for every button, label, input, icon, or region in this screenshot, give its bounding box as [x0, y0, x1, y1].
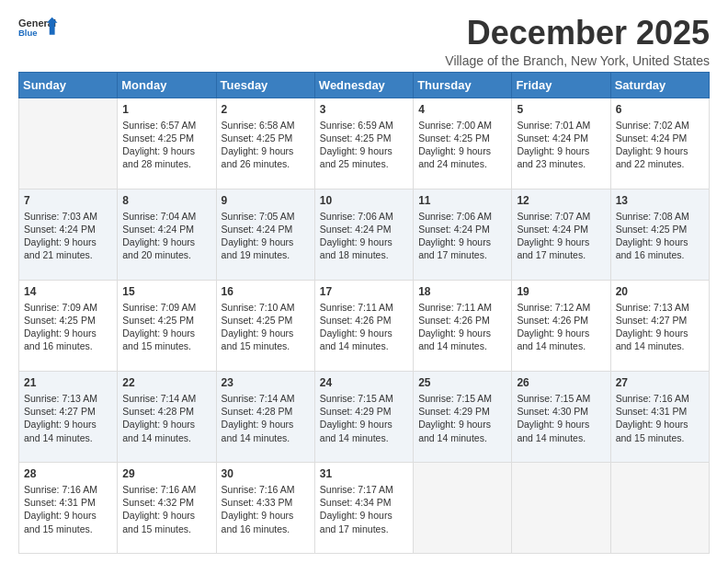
calendar-cell: 24Sunrise: 7:15 AMSunset: 4:29 PMDayligh… — [314, 371, 413, 462]
day-number: 3 — [320, 102, 408, 117]
sunrise-text: Sunrise: 7:01 AM — [517, 119, 605, 132]
calendar-cell: 18Sunrise: 7:11 AMSunset: 4:26 PMDayligh… — [414, 280, 512, 371]
day-number: 17 — [320, 284, 408, 299]
sunrise-text: Sunrise: 6:57 AM — [122, 119, 210, 132]
col-sunday: Sunday — [19, 72, 118, 98]
calendar-cell: 17Sunrise: 7:11 AMSunset: 4:26 PMDayligh… — [314, 280, 413, 371]
sunrise-text: Sunrise: 6:58 AM — [222, 119, 310, 132]
daylight-text: Daylight: 9 hours and 22 minutes. — [616, 144, 704, 170]
sunrise-text: Sunrise: 7:02 AM — [616, 119, 704, 132]
calendar-cell: 28Sunrise: 7:16 AMSunset: 4:31 PMDayligh… — [19, 462, 118, 553]
calendar-cell: 25Sunrise: 7:15 AMSunset: 4:29 PMDayligh… — [414, 371, 512, 462]
sunrise-text: Sunrise: 7:03 AM — [24, 210, 112, 223]
day-number: 13 — [616, 193, 704, 208]
day-number: 31 — [320, 466, 408, 481]
sunrise-text: Sunrise: 7:00 AM — [418, 119, 506, 132]
daylight-text: Daylight: 9 hours and 14 minutes. — [24, 418, 112, 443]
daylight-text: Daylight: 9 hours and 20 minutes. — [122, 236, 210, 261]
daylight-text: Daylight: 9 hours and 14 minutes. — [418, 418, 506, 443]
calendar-cell: 29Sunrise: 7:16 AMSunset: 4:32 PMDayligh… — [118, 462, 216, 553]
daylight-text: Daylight: 9 hours and 23 minutes. — [517, 144, 605, 170]
sunset-text: Sunset: 4:28 PM — [122, 405, 210, 418]
daylight-text: Daylight: 9 hours and 14 minutes. — [222, 418, 310, 443]
sunrise-text: Sunrise: 6:59 AM — [320, 119, 408, 132]
day-number: 25 — [418, 375, 506, 390]
calendar-cell: 23Sunrise: 7:14 AMSunset: 4:28 PMDayligh… — [216, 371, 314, 462]
calendar-cell — [610, 462, 709, 553]
calendar-cell: 5Sunrise: 7:01 AMSunset: 4:24 PMDaylight… — [512, 98, 610, 189]
calendar-cell: 16Sunrise: 7:10 AMSunset: 4:25 PMDayligh… — [216, 280, 314, 371]
calendar-cell: 14Sunrise: 7:09 AMSunset: 4:25 PMDayligh… — [19, 280, 118, 371]
sunset-text: Sunset: 4:24 PM — [222, 223, 310, 236]
day-number: 15 — [122, 284, 210, 299]
sunset-text: Sunset: 4:24 PM — [24, 223, 112, 236]
calendar-cell: 15Sunrise: 7:09 AMSunset: 4:25 PMDayligh… — [118, 280, 216, 371]
sunset-text: Sunset: 4:30 PM — [517, 405, 605, 418]
sunset-text: Sunset: 4:25 PM — [222, 132, 310, 144]
main-title: December 2025 — [445, 15, 710, 52]
logo: General Blue — [18, 15, 59, 44]
daylight-text: Daylight: 9 hours and 21 minutes. — [24, 236, 112, 261]
header-row: Sunday Monday Tuesday Wednesday Thursday… — [19, 72, 710, 98]
sunset-text: Sunset: 4:27 PM — [616, 314, 704, 327]
sunrise-text: Sunrise: 7:05 AM — [222, 210, 310, 223]
daylight-text: Daylight: 9 hours and 17 minutes. — [517, 236, 605, 261]
calendar-cell: 20Sunrise: 7:13 AMSunset: 4:27 PMDayligh… — [610, 280, 709, 371]
calendar-cell: 3Sunrise: 6:59 AMSunset: 4:25 PMDaylight… — [314, 98, 413, 189]
sunset-text: Sunset: 4:27 PM — [24, 405, 112, 418]
calendar-cell: 12Sunrise: 7:07 AMSunset: 4:24 PMDayligh… — [512, 189, 610, 280]
sunset-text: Sunset: 4:24 PM — [517, 132, 605, 144]
sunset-text: Sunset: 4:28 PM — [222, 405, 310, 418]
daylight-text: Daylight: 9 hours and 14 minutes. — [517, 327, 605, 352]
day-number: 11 — [418, 193, 506, 208]
day-number: 22 — [122, 375, 210, 390]
sunset-text: Sunset: 4:26 PM — [418, 314, 506, 327]
sunset-text: Sunset: 4:25 PM — [222, 314, 310, 327]
sunrise-text: Sunrise: 7:08 AM — [616, 210, 704, 223]
sunset-text: Sunset: 4:24 PM — [320, 223, 408, 236]
day-number: 14 — [24, 284, 112, 299]
sunrise-text: Sunrise: 7:15 AM — [320, 392, 408, 405]
calendar-cell: 31Sunrise: 7:17 AMSunset: 4:34 PMDayligh… — [314, 462, 413, 553]
sunset-text: Sunset: 4:31 PM — [616, 405, 704, 418]
day-number: 10 — [320, 193, 408, 208]
table-row: 7Sunrise: 7:03 AMSunset: 4:24 PMDaylight… — [19, 189, 710, 280]
sunrise-text: Sunrise: 7:16 AM — [222, 483, 310, 496]
subtitle: Village of the Branch, New York, United … — [445, 53, 710, 68]
calendar-cell: 21Sunrise: 7:13 AMSunset: 4:27 PMDayligh… — [19, 371, 118, 462]
calendar-cell: 10Sunrise: 7:06 AMSunset: 4:24 PMDayligh… — [314, 189, 413, 280]
page: General Blue December 2025 Village of th… — [0, 0, 728, 563]
sunrise-text: Sunrise: 7:14 AM — [222, 392, 310, 405]
sunrise-text: Sunrise: 7:15 AM — [418, 392, 506, 405]
day-number: 9 — [222, 193, 310, 208]
calendar-cell: 7Sunrise: 7:03 AMSunset: 4:24 PMDaylight… — [19, 189, 118, 280]
sunset-text: Sunset: 4:24 PM — [517, 223, 605, 236]
day-number: 29 — [122, 466, 210, 481]
daylight-text: Daylight: 9 hours and 14 minutes. — [320, 418, 408, 443]
daylight-text: Daylight: 9 hours and 16 minutes. — [222, 509, 310, 534]
day-number: 2 — [222, 102, 310, 117]
daylight-text: Daylight: 9 hours and 16 minutes. — [24, 327, 112, 352]
sunrise-text: Sunrise: 7:09 AM — [122, 301, 210, 314]
sunset-text: Sunset: 4:25 PM — [320, 132, 408, 144]
sunrise-text: Sunrise: 7:11 AM — [320, 301, 408, 314]
sunset-text: Sunset: 4:24 PM — [616, 132, 704, 144]
day-number: 21 — [24, 375, 112, 390]
col-friday: Friday — [512, 72, 610, 98]
sunrise-text: Sunrise: 7:15 AM — [517, 392, 605, 405]
calendar-cell: 11Sunrise: 7:06 AMSunset: 4:24 PMDayligh… — [414, 189, 512, 280]
sunset-text: Sunset: 4:29 PM — [320, 405, 408, 418]
day-number: 19 — [517, 284, 605, 299]
calendar-cell: 9Sunrise: 7:05 AMSunset: 4:24 PMDaylight… — [216, 189, 314, 280]
day-number: 26 — [517, 375, 605, 390]
sunset-text: Sunset: 4:26 PM — [320, 314, 408, 327]
sunrise-text: Sunrise: 7:04 AM — [122, 210, 210, 223]
calendar-cell: 22Sunrise: 7:14 AMSunset: 4:28 PMDayligh… — [118, 371, 216, 462]
sunrise-text: Sunrise: 7:12 AM — [517, 301, 605, 314]
sunset-text: Sunset: 4:33 PM — [222, 496, 310, 509]
calendar-cell: 27Sunrise: 7:16 AMSunset: 4:31 PMDayligh… — [610, 371, 709, 462]
sunset-text: Sunset: 4:26 PM — [517, 314, 605, 327]
daylight-text: Daylight: 9 hours and 17 minutes. — [320, 509, 408, 534]
day-number: 12 — [517, 193, 605, 208]
sunrise-text: Sunrise: 7:16 AM — [24, 483, 112, 496]
